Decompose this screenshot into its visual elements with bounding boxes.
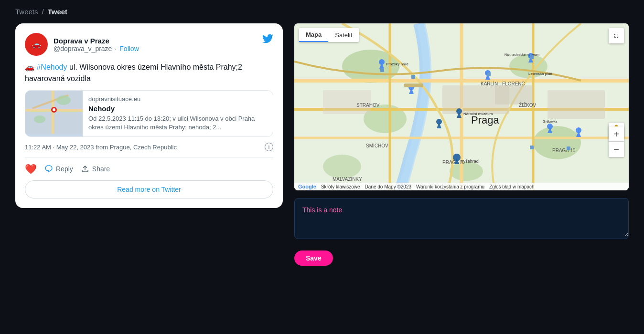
svg-text:Vyšehrad: Vyšehrad	[461, 159, 479, 164]
map-zoom-out-button[interactable]: −	[609, 142, 624, 157]
link-preview-card[interactable]: dopravnisituace.eu Nehody Od 22.5.2023 1…	[25, 90, 273, 137]
link-preview-description: Od 22.5.2023 11:15 do 13:20; v ulici Wil…	[88, 115, 267, 132]
note-textarea[interactable]	[295, 198, 628, 237]
tweet-timestamp: 11:22 AM · May 22, 2023 from Prague, Cze…	[25, 143, 273, 151]
main-content: 🚗 Doprava v Praze @doprava_v_praze · Fol…	[0, 23, 644, 266]
svg-point-43	[576, 127, 581, 133]
tweet-actions: ❤️ Reply Share	[25, 157, 273, 175]
svg-text:STRAHOV: STRAHOV	[356, 103, 380, 108]
svg-rect-46	[487, 73, 491, 76]
link-preview-image	[25, 91, 83, 136]
svg-rect-44	[380, 68, 384, 72]
svg-text:KARLÍN: KARLÍN	[481, 81, 498, 86]
info-icon[interactable]: i	[265, 143, 273, 151]
svg-text:Národní muzeum: Národní muzeum	[463, 112, 493, 116]
google-logo: Google	[298, 184, 316, 189]
breadcrumb: Tweets / Tweet	[0, 0, 644, 23]
svg-text:PRAGA 5: PRAGA 5	[442, 160, 463, 165]
tweet-hashtag: #Nehody	[36, 63, 67, 71]
like-button[interactable]: ❤️	[25, 163, 37, 175]
handle-dot: ·	[115, 45, 117, 52]
tweet-header: 🚗 Doprava v Praze @doprava_v_praze · Fol…	[25, 33, 273, 56]
author-info: Doprava v Praze @doprava_v_praze · Follo…	[54, 37, 139, 52]
map-report[interactable]: Zgłoś błąd w mapach	[489, 184, 535, 189]
svg-rect-19	[323, 90, 371, 114]
svg-rect-48	[530, 146, 534, 149]
link-preview-content: dopravnisituace.eu Nehody Od 22.5.2023 1…	[83, 91, 273, 136]
svg-point-9	[53, 108, 55, 111]
map-zoom-in-button[interactable]: +	[609, 126, 624, 142]
svg-text:FLORENC: FLORENC	[502, 81, 525, 86]
twitter-icon	[262, 33, 273, 47]
svg-rect-51	[404, 84, 423, 87]
map-footer: Google Skróty klawiszowe Dane do Mapy ©2…	[294, 183, 629, 190]
map-zoom-controls: + −	[609, 126, 624, 157]
map-terms[interactable]: Warunki korzystania z programu	[416, 184, 484, 189]
share-button[interactable]: Share	[81, 165, 110, 173]
svg-text:Grébovka: Grébovka	[543, 120, 557, 123]
svg-point-33	[456, 108, 462, 114]
tab-satellite[interactable]: Satelit	[328, 28, 359, 42]
link-preview-domain: dopravnisituace.eu	[88, 95, 267, 103]
tweet-author-row: 🚗 Doprava v Praze @doprava_v_praze · Fol…	[25, 33, 139, 56]
svg-rect-20	[547, 90, 605, 119]
map-fullscreen-button[interactable]	[609, 28, 624, 43]
svg-point-38	[436, 119, 442, 125]
timestamp-text: 11:22 AM · May 22, 2023 from Prague, Cze…	[25, 144, 177, 151]
follow-button[interactable]: Follow	[119, 45, 139, 52]
breadcrumb-current: Tweet	[48, 8, 67, 16]
map-container: STRAHOV SMÍCHOV ŽIŽKOV PRAGA 5 PRAGA 10 …	[294, 23, 629, 190]
svg-text:PRAGA 10: PRAGA 10	[552, 148, 576, 153]
breadcrumb-separator: /	[42, 8, 44, 16]
svg-point-30	[379, 59, 385, 65]
read-more-button[interactable]: Read more on Twitter	[25, 180, 273, 198]
map-data: Dane do Mapy ©2023	[365, 184, 411, 189]
map-tabs: Mapa Satelit	[299, 28, 359, 42]
svg-point-16	[323, 155, 361, 178]
svg-rect-18	[495, 85, 533, 104]
svg-text:Nár. technické muzeum: Nár. technické muzeum	[504, 53, 539, 56]
tab-map[interactable]: Mapa	[299, 28, 328, 42]
svg-rect-49	[567, 146, 570, 150]
tweet-emoji: 🚗	[25, 63, 36, 71]
svg-point-7	[34, 115, 45, 123]
left-column: 🚗 Doprava v Praze @doprava_v_praze · Fol…	[15, 23, 283, 266]
note-container	[294, 198, 629, 239]
map-svg: STRAHOV SMÍCHOV ŽIŽKOV PRAGA 5 PRAGA 10 …	[294, 23, 629, 190]
reply-label: Reply	[56, 165, 73, 173]
svg-text:🚗: 🚗	[32, 40, 41, 49]
svg-point-41	[547, 124, 553, 129]
tweet-card: 🚗 Doprava v Praze @doprava_v_praze · Fol…	[15, 23, 283, 208]
author-handle: @doprava_v_praze	[54, 45, 112, 52]
svg-text:Letenská pláň: Letenská pláň	[528, 72, 552, 76]
svg-text:SMÍCHOV: SMÍCHOV	[366, 143, 388, 148]
tweet-body: 🚗 #Nehody ul. Wilsonova okres území Hlav…	[25, 62, 273, 84]
svg-text:MALVAZINKY: MALVAZINKY	[333, 177, 362, 182]
save-button-wrapper: Save	[294, 247, 629, 266]
svg-point-39	[453, 154, 461, 161]
share-label: Share	[92, 165, 110, 173]
save-button[interactable]: Save	[294, 250, 333, 266]
reply-button[interactable]: Reply	[44, 165, 73, 173]
author-handle-row: @doprava_v_praze · Follow	[54, 45, 139, 52]
map-mini-thumbnail	[25, 91, 83, 134]
avatar: 🚗	[25, 33, 48, 56]
link-preview-title: Nehody	[88, 104, 267, 113]
right-column: STRAHOV SMÍCHOV ŽIŽKOV PRAGA 5 PRAGA 10 …	[294, 23, 629, 266]
breadcrumb-tweets[interactable]: Tweets	[15, 8, 38, 16]
svg-point-6	[56, 95, 71, 105]
svg-rect-45	[411, 75, 415, 79]
svg-point-14	[533, 126, 581, 159]
svg-text:Pražský hrad: Pražský hrad	[386, 62, 408, 66]
svg-text:ŽIŽKOV: ŽIŽKOV	[519, 102, 536, 108]
author-name: Doprava v Praze	[54, 37, 139, 45]
svg-rect-47	[530, 55, 534, 59]
map-shortcuts[interactable]: Skróty klawiszowe	[321, 184, 360, 189]
